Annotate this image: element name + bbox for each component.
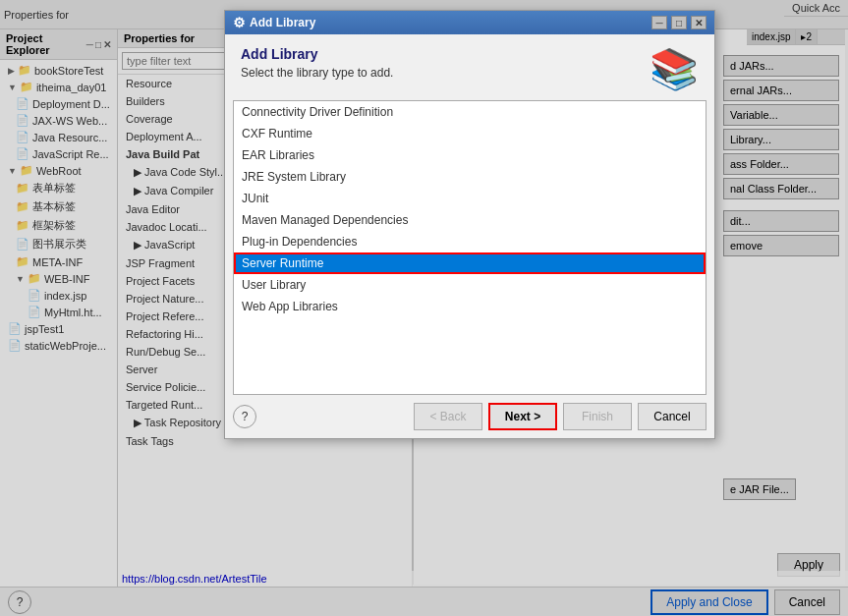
list-item[interactable]: JUnit (234, 188, 706, 209)
dialog-settings-icon: ⚙ (233, 15, 246, 30)
dialog-library-icon: 📚 (650, 46, 699, 92)
dialog-header-text: Add Library Select the library type to a… (241, 46, 393, 80)
dialog-action-buttons: < Back Next > Finish Cancel (414, 403, 707, 430)
dialog-help-button[interactable]: ? (233, 405, 256, 428)
dialog-title-text: Add Library (250, 16, 315, 29)
next-button[interactable]: Next > (488, 403, 557, 430)
dialog-window-controls: ─ □ ✕ (651, 16, 707, 29)
list-item[interactable]: JRE System Library (234, 166, 706, 188)
dialog-subtitle: Select the library type to add. (241, 66, 393, 80)
dialog-minimize-button[interactable]: ─ (651, 16, 667, 29)
list-item[interactable]: Plug-in Dependencies (234, 231, 706, 252)
list-item[interactable]: Web App Libraries (234, 296, 706, 317)
dialog-title-area: ⚙ Add Library (233, 15, 315, 30)
add-library-dialog: ⚙ Add Library ─ □ ✕ Add Library Select t… (224, 10, 715, 439)
dialog-footer: ? < Back Next > Finish Cancel (225, 395, 714, 438)
list-item[interactable]: User Library (234, 274, 706, 296)
dialog-close-button[interactable]: ✕ (691, 16, 707, 29)
list-item[interactable]: CXF Runtime (234, 123, 706, 144)
list-item[interactable]: EAR Libraries (234, 144, 706, 166)
dialog-titlebar: ⚙ Add Library ─ □ ✕ (225, 11, 714, 34)
library-list: Connectivity Driver Definition CXF Runti… (233, 100, 707, 395)
finish-button[interactable]: Finish (563, 403, 632, 430)
dialog-header: Add Library Select the library type to a… (225, 34, 714, 100)
list-item[interactable]: Maven Managed Dependencies (234, 209, 706, 231)
books-icon: 📚 (650, 47, 699, 90)
dialog-main-title: Add Library (241, 46, 393, 62)
cancel-dialog-button[interactable]: Cancel (638, 403, 707, 430)
list-item[interactable]: Connectivity Driver Definition (234, 101, 706, 123)
back-button[interactable]: < Back (414, 403, 482, 430)
server-runtime-item[interactable]: Server Runtime (234, 252, 706, 274)
dialog-maximize-button[interactable]: □ (671, 16, 687, 29)
